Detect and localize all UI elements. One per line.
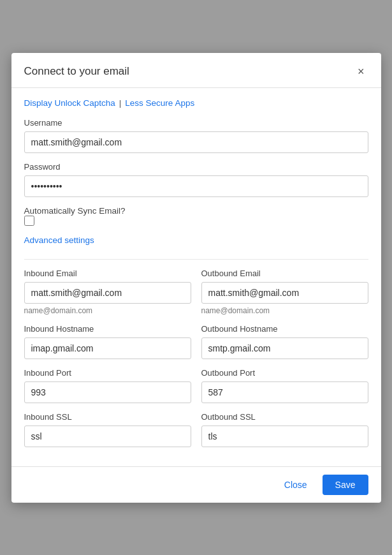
outbound-hostname-label: Outbound Hostname xyxy=(201,324,368,334)
link-separator: | xyxy=(119,98,122,108)
inbound-port-label: Inbound Port xyxy=(24,368,191,378)
outbound-port-group: Outbound Port xyxy=(201,368,368,403)
connect-email-modal: Connect to your email × Display Unlock C… xyxy=(11,53,381,503)
sync-label: Automatically Sync Email? xyxy=(24,206,368,216)
username-input[interactable] xyxy=(24,131,368,153)
modal-close-button[interactable]: × xyxy=(354,64,368,78)
inbound-hostname-group: Inbound Hostname xyxy=(24,324,191,359)
password-field-group: Password xyxy=(24,162,368,197)
close-button[interactable]: Close xyxy=(275,475,316,495)
modal-header: Connect to your email × xyxy=(11,53,381,88)
save-button[interactable]: Save xyxy=(323,475,368,495)
outbound-email-label: Outbound Email xyxy=(201,269,368,278)
outbound-port-label: Outbound Port xyxy=(201,368,368,378)
hostname-row: Inbound Hostname Outbound Hostname xyxy=(24,324,368,359)
less-secure-apps-link[interactable]: Less Secure Apps xyxy=(125,98,194,108)
password-input[interactable] xyxy=(24,175,368,197)
email-row: Inbound Email name@domain.com Outbound E… xyxy=(24,269,368,315)
inbound-ssl-label: Inbound SSL xyxy=(24,412,191,422)
username-label: Username xyxy=(24,118,368,128)
outbound-ssl-label: Outbound SSL xyxy=(201,412,368,422)
inbound-email-input[interactable] xyxy=(24,282,191,304)
outbound-ssl-input[interactable] xyxy=(201,426,368,447)
sync-field-group: Automatically Sync Email? xyxy=(24,206,368,226)
inbound-hostname-input[interactable] xyxy=(24,337,191,359)
inbound-hostname-label: Inbound Hostname xyxy=(24,324,191,334)
advanced-settings-link[interactable]: Advanced settings xyxy=(24,235,94,245)
inbound-email-group: Inbound Email name@domain.com xyxy=(24,269,191,315)
display-unlock-captcha-link[interactable]: Display Unlock Captcha xyxy=(24,98,115,108)
ssl-row: Inbound SSL Outbound SSL xyxy=(24,412,368,447)
outbound-ssl-group: Outbound SSL xyxy=(201,412,368,447)
outbound-email-group: Outbound Email name@domain.com xyxy=(201,269,368,315)
links-row: Display Unlock Captcha | Less Secure App… xyxy=(24,98,368,108)
modal-footer: Close Save xyxy=(11,466,381,503)
inbound-port-group: Inbound Port xyxy=(24,368,191,403)
inbound-ssl-group: Inbound SSL xyxy=(24,412,191,447)
username-field-group: Username xyxy=(24,118,368,153)
modal-overlay: Connect to your email × Display Unlock C… xyxy=(0,0,392,555)
inbound-port-input[interactable] xyxy=(24,381,191,403)
inbound-email-label: Inbound Email xyxy=(24,269,191,278)
modal-body: Display Unlock Captcha | Less Secure App… xyxy=(11,88,381,466)
inbound-ssl-input[interactable] xyxy=(24,426,191,447)
port-row: Inbound Port Outbound Port xyxy=(24,368,368,403)
section-divider xyxy=(24,259,368,260)
outbound-email-hint: name@domain.com xyxy=(201,306,368,315)
outbound-port-input[interactable] xyxy=(201,381,368,403)
inbound-email-hint: name@domain.com xyxy=(24,306,191,315)
modal-title: Connect to your email xyxy=(24,65,129,78)
sync-checkbox-row xyxy=(24,216,368,226)
outbound-email-input[interactable] xyxy=(201,282,368,304)
sync-checkbox[interactable] xyxy=(24,216,34,226)
password-label: Password xyxy=(24,162,368,172)
outbound-hostname-input[interactable] xyxy=(201,337,368,359)
outbound-hostname-group: Outbound Hostname xyxy=(201,324,368,359)
